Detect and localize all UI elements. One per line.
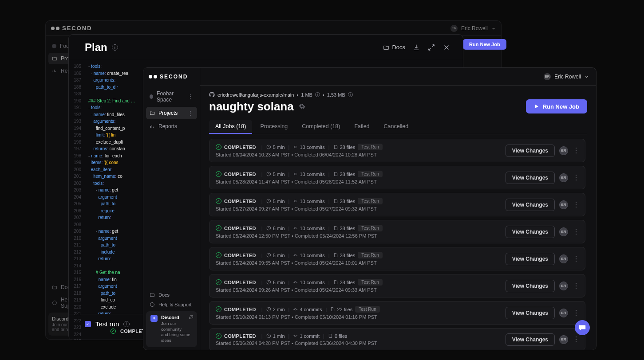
check-circle-icon: ✓ xyxy=(216,279,221,285)
job-meta: | 5 min | 10 commits | 28 files Test Run xyxy=(261,144,383,150)
more-icon[interactable]: ⋮ xyxy=(573,147,579,154)
folder-icon xyxy=(150,110,155,116)
test-run-badge: Test Run xyxy=(358,252,382,258)
foreground-app-window: SECOND Foobar Space ⋮ Projects ⋮ Reports… xyxy=(143,67,597,350)
check-circle-icon: ✓ xyxy=(216,198,221,204)
tab[interactable]: Failed xyxy=(348,120,375,134)
job-status: ✓COMPLETED xyxy=(216,252,256,258)
more-icon[interactable]: ⋮ xyxy=(573,255,579,262)
help-icon xyxy=(150,302,155,307)
job-row: ✓COMPLETED | 6 min | 10 commits | 28 fil… xyxy=(209,220,585,243)
svg-point-5 xyxy=(295,173,296,175)
job-row: ✓COMPLETED | 5 min | 10 commits | 28 fil… xyxy=(209,247,585,270)
job-row: ✓COMPLETED | 5 min | 10 commits | 28 fil… xyxy=(209,139,585,162)
docs-link[interactable]: Docs xyxy=(146,290,197,300)
check-circle-icon: ✓ xyxy=(216,306,221,312)
download-icon[interactable] xyxy=(412,43,420,51)
docs-link[interactable]: Docs xyxy=(383,44,405,51)
user-name: Eric Rowell xyxy=(461,25,488,31)
info-icon[interactable]: i xyxy=(315,92,320,97)
run-new-job-button[interactable]: Run New Job xyxy=(463,39,506,50)
svg-point-17 xyxy=(295,335,296,337)
more-icon[interactable]: ⋮ xyxy=(573,309,579,317)
duration: 5 min xyxy=(266,199,285,204)
chat-icon xyxy=(578,324,586,332)
expand-icon[interactable] xyxy=(427,43,435,51)
chevron-down-icon xyxy=(491,26,496,31)
view-changes-button[interactable]: View Changes xyxy=(506,333,555,346)
view-changes-button[interactable]: View Changes xyxy=(506,307,555,319)
test-run-badge: Test Run xyxy=(358,279,382,286)
job-row: ✓COMPLETED | 1 min | 1 commit | 0 files … xyxy=(209,328,585,350)
help-link[interactable]: Help & Support xyxy=(146,300,197,309)
view-changes-button[interactable]: View Changes xyxy=(506,226,555,238)
info-icon[interactable]: i xyxy=(348,92,353,97)
test-run-badge: Test Run xyxy=(355,306,379,313)
tab[interactable]: All Jobs (18) xyxy=(209,120,252,134)
job-timestamps: Started 05/24/2024 12:50 PM PST • Comple… xyxy=(216,233,499,239)
folder-icon xyxy=(150,292,155,297)
space-dot-icon xyxy=(150,94,153,99)
more-icon[interactable]: ⋮ xyxy=(573,336,579,343)
svg-point-9 xyxy=(295,227,296,229)
more-icon[interactable]: ⋮ xyxy=(573,201,579,208)
close-icon[interactable] xyxy=(443,43,450,51)
svg-point-13 xyxy=(295,282,296,283)
more-icon[interactable]: ⋮ xyxy=(573,282,579,290)
tab[interactable]: Cancelled xyxy=(378,120,415,134)
jobs-list[interactable]: ✓COMPLETED | 5 min | 10 commits | 28 fil… xyxy=(209,134,587,350)
avatar: ER xyxy=(559,227,568,236)
duration: 5 min xyxy=(266,172,285,177)
info-icon[interactable]: i xyxy=(123,321,130,327)
commits: 10 commits xyxy=(293,199,324,204)
duration: 5 min xyxy=(266,145,285,150)
avatar: ER xyxy=(559,254,568,263)
svg-point-11 xyxy=(295,254,296,256)
test-run-badge: Test Run xyxy=(358,171,382,177)
sidebar-item-reports[interactable]: Reports xyxy=(146,120,197,133)
more-icon[interactable]: ⋮ xyxy=(573,228,579,235)
chat-fab[interactable] xyxy=(575,320,590,335)
tab[interactable]: Completed (18) xyxy=(296,120,346,134)
files: 28 files xyxy=(333,199,356,204)
checkbox-icon[interactable]: ✓ xyxy=(85,321,91,327)
job-row: ✓COMPLETED | 6 min | 10 commits | 28 fil… xyxy=(209,274,585,297)
job-status: ✓COMPLETED xyxy=(216,144,256,150)
test-run-label: Test run xyxy=(95,320,119,328)
files: 28 files xyxy=(333,172,356,177)
run-new-job-button[interactable]: Run New Job xyxy=(526,99,587,113)
view-changes-button[interactable]: View Changes xyxy=(506,172,555,184)
user-menu[interactable]: ER Eric Rowell xyxy=(544,73,589,80)
check-circle-icon: ✓ xyxy=(111,329,116,334)
view-changes-button[interactable]: View Changes xyxy=(506,253,555,265)
view-changes-button[interactable]: View Changes xyxy=(506,199,555,211)
tab[interactable]: Processing xyxy=(254,120,294,134)
job-meta: | 5 min | 10 commits | 28 files Test Run xyxy=(261,198,383,204)
more-icon[interactable]: ⋮ xyxy=(187,94,194,100)
space-selector[interactable]: Foobar Space ⋮ xyxy=(146,87,197,106)
sidebar: SECOND Foobar Space ⋮ Projects ⋮ Reports… xyxy=(143,68,200,350)
play-icon xyxy=(534,104,539,109)
github-icon xyxy=(209,92,215,98)
info-icon[interactable]: i xyxy=(112,44,118,51)
avatar: ER xyxy=(559,173,568,182)
files: 28 files xyxy=(333,280,356,285)
job-meta: | 1 min | 1 commit | 0 files xyxy=(261,333,348,339)
sidebar-item-projects[interactable]: Projects ⋮ xyxy=(146,107,197,119)
duration: 5 min xyxy=(266,253,285,258)
check-circle-icon: ✓ xyxy=(216,171,221,177)
project-title: naughty solana xyxy=(209,100,305,113)
view-changes-button[interactable]: View Changes xyxy=(506,145,555,157)
more-icon[interactable]: ⋮ xyxy=(187,110,194,116)
folder-icon xyxy=(52,285,57,290)
gear-icon[interactable] xyxy=(298,103,305,110)
job-timestamps: Started 05/27/2024 09:27 AM PST • Comple… xyxy=(216,206,499,211)
chart-icon xyxy=(150,124,155,129)
job-meta: | 5 min | 10 commits | 28 files Test Run xyxy=(261,171,383,177)
view-changes-button[interactable]: View Changes xyxy=(506,280,555,292)
discord-card[interactable]: ✦ Discord Join our community and bring s… xyxy=(146,311,197,347)
more-icon[interactable]: ⋮ xyxy=(573,174,579,181)
files: 22 files xyxy=(330,307,352,312)
user-menu[interactable]: ER Eric Rowell xyxy=(450,25,496,32)
user-name: Eric Rowell xyxy=(554,74,581,80)
